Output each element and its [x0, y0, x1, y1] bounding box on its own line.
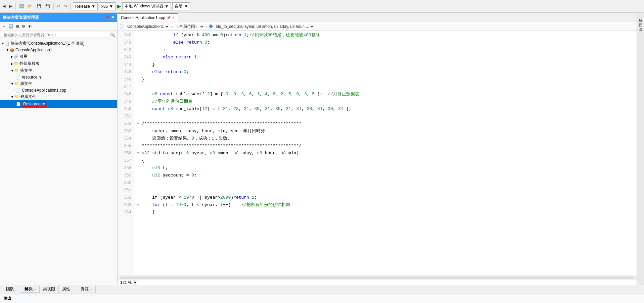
tree-arrow-sources[interactable]: ▼ [11, 82, 14, 86]
search-button[interactable]: 🔍 [110, 33, 115, 37]
save-btn[interactable]: 💾 [35, 3, 43, 9]
editor-tab-cpp[interactable]: ConsoleApplication1.cpp 📌 ✕ [118, 13, 178, 21]
code-text-area[interactable]: if (year % 400 == 0)return 1;//如果以00结尾，还… [134, 31, 637, 275]
refresh-btn[interactable]: 🔄 [8, 24, 14, 29]
tree-arrow-project[interactable]: ▼ [6, 48, 9, 52]
line-number-341: 341 [118, 39, 131, 46]
auto-dropdown[interactable]: 自动 ▼ [172, 2, 190, 10]
debugger-dropdown[interactable]: 本地 Windows 调试器 ▼ [122, 2, 171, 10]
bottom-tab-4[interactable]: 资源... [77, 286, 96, 293]
fold-icon-350 [137, 105, 141, 113]
tree-item-resourceh[interactable]: 📄resource.h [0, 74, 117, 80]
breadcrumb-sep1: › [171, 24, 172, 29]
run-button[interactable]: ▶ [117, 3, 121, 9]
config-label: Release [75, 4, 90, 9]
code-line-340: if (year % 400 == 0)return 1;//如果以00结尾，还… [137, 32, 634, 39]
fold-icon-352[interactable]: ▼ [137, 120, 141, 128]
tree-icon-sources: 📁 [14, 82, 19, 86]
horizontal-scrollbar[interactable] [118, 275, 637, 280]
tree-icon-maincpp: 📄 [16, 88, 21, 93]
bottom-tab-1[interactable]: 解决... [21, 286, 40, 293]
code-line-351 [137, 113, 634, 120]
fold-icon-344 [137, 61, 141, 68]
breadcrumb-icon: 📄 [120, 24, 125, 29]
platform-dropdown[interactable]: x86 ▼ [99, 2, 116, 10]
debugger-label: 本地 Windows 调试器 [125, 3, 163, 9]
tree-item-resourcerc[interactable]: 📄Resource.rc [0, 100, 117, 108]
line-number-358: 358 [118, 164, 131, 172]
tree-item-solution[interactable]: ▼📋解决方案"ConsoleApplication1"(1 个项目) [0, 40, 117, 47]
tree-item-resources[interactable]: ▼📁资源文件 [0, 93, 117, 100]
line-number-346: 346 [118, 76, 131, 83]
tree-arrow-ref[interactable]: ▶ [11, 55, 13, 58]
tree-icon-headers: 📁 [14, 68, 19, 73]
code-text-364: { [142, 209, 155, 216]
code-text-345: else return 0; [142, 68, 189, 76]
tree-item-project[interactable]: ▼📦ConsoleApplication1 [0, 47, 117, 53]
selected-box: Resource.rc [22, 101, 46, 107]
tree-arrow-headers[interactable]: ▼ [11, 69, 14, 72]
line-number-351: 351 [118, 113, 131, 120]
config-dropdown[interactable]: Release ▼ [73, 2, 98, 10]
line-number-363: 363 [118, 201, 131, 209]
close-icon[interactable]: ✕ [111, 15, 114, 20]
tree-arrow-extdep[interactable]: ▶ [11, 62, 13, 65]
code-text-354: 返回值：设置结果。0，成功；1，失败。 [142, 135, 232, 142]
new-btn[interactable]: 🆕 [18, 3, 25, 9]
sep2 [53, 3, 54, 10]
tab-pin-icon[interactable]: 📌 [167, 16, 171, 19]
right-panel-btn-1[interactable]: 解 [638, 14, 644, 18]
tree-arrow-solution[interactable]: ▼ [1, 42, 4, 45]
bottom-tab-3[interactable]: 属性... [59, 286, 77, 293]
open-btn[interactable]: 📂 [27, 3, 34, 9]
save-all-btn[interactable]: 💾 [44, 3, 51, 9]
right-panel-btn-3[interactable]: 属 [638, 23, 644, 28]
breadcrumb-class-select[interactable]: ConsoleApplication1 [126, 24, 170, 29]
fold-icon-356[interactable]: ▼ [137, 150, 141, 157]
fold-icon-346 [137, 76, 141, 83]
tab-close-icon[interactable]: ✕ [172, 16, 175, 19]
zoom-area: 121 % ▼ [118, 280, 637, 285]
zoom-dropdown[interactable]: ▼ [133, 280, 137, 285]
breadcrumb-scope-select[interactable]: （全局范围） [174, 24, 204, 29]
sidebar-search-bar: 🔍 [0, 31, 117, 39]
tree-label-solution: 解决方案"ConsoleApplication1"(1 个项目) [11, 41, 85, 46]
tree-item-maincpp[interactable]: 📄ConsoleApplication1.cpp [0, 87, 117, 93]
view-btn[interactable]: 👁 [27, 24, 33, 29]
line-number-359: 359 [118, 172, 131, 179]
tree-label-project: ConsoleApplication1 [15, 48, 52, 52]
line-number-345: 345 [118, 68, 131, 76]
tree-icon-ref: 🔗 [14, 54, 18, 59]
tree-item-ref[interactable]: ▶🔗引用 [0, 53, 117, 60]
tree-item-sources[interactable]: ▼📁源文件 [0, 80, 117, 87]
bottom-tab-2[interactable]: 类视图 [40, 286, 59, 293]
line-number-362: 362 [118, 194, 131, 201]
right-panel-btn-2[interactable]: 团 [638, 19, 644, 23]
pin-icon[interactable]: 📌 [105, 15, 110, 20]
code-line-344: } [137, 61, 634, 68]
redo-btn[interactable]: ↪ [63, 3, 68, 9]
collapse-btn[interactable]: ⊟ [15, 24, 20, 29]
tree-item-extdep[interactable]: ▶📁外部依赖项 [0, 60, 117, 67]
main-toolbar: ◀ ▶ 🆕 📂 💾 💾 ↩ ↪ Release ▼ x86 ▼ ▶ 本地 Win… [0, 0, 644, 13]
tree-arrow-resources[interactable]: ▼ [11, 95, 14, 99]
solution-tree: ▼📋解决方案"ConsoleApplication1"(1 个项目)▼📦Cons… [0, 39, 117, 285]
sync-btn[interactable]: ↔ [1, 24, 7, 29]
breadcrumb-bar: 📄 ConsoleApplication1 › （全局范围） › 🔷 std_t… [118, 22, 637, 31]
tree-item-headers[interactable]: ▼📁头文件 [0, 67, 117, 74]
search-input[interactable] [2, 32, 110, 38]
code-line-360 [137, 179, 634, 187]
back-btn[interactable]: ◀ [1, 3, 7, 9]
breadcrumb-func-select[interactable]: std_to_sec(u16 syear, u8 smon, u8 sday, … [215, 24, 315, 29]
code-line-347 [137, 83, 634, 91]
fold-icon-363[interactable]: ▼ [137, 201, 141, 209]
undo-btn[interactable]: ↩ [56, 3, 61, 9]
tree-label-resources: 资源文件 [20, 94, 36, 100]
bottom-tabs: 团队...解决...类视图属性...资源... [3, 286, 96, 293]
bottom-tab-0[interactable]: 团队... [3, 286, 21, 293]
props-btn[interactable]: ⚙ [21, 24, 26, 29]
tree-icon-resources: 📁 [14, 95, 19, 99]
fwd-btn[interactable]: ▶ [8, 3, 13, 9]
fold-icon-347 [137, 83, 141, 91]
zoom-label: 121 % [120, 280, 132, 285]
